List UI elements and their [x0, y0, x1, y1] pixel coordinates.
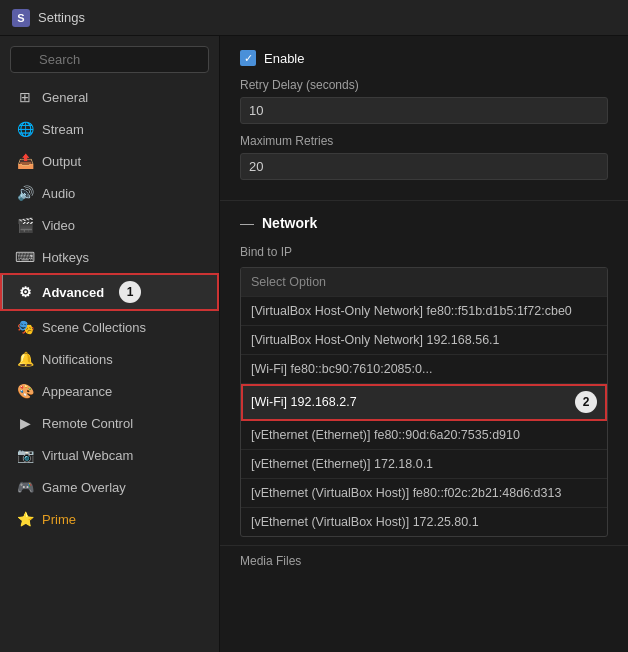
search-input[interactable] — [10, 46, 209, 73]
title-bar: S Settings — [0, 0, 628, 36]
sidebar-label-virtual-webcam: Virtual Webcam — [42, 448, 133, 463]
search-wrap-inner: 🔍 — [10, 46, 209, 73]
sidebar-label-stream: Stream — [42, 122, 84, 137]
badge-2: 2 — [575, 391, 597, 413]
sidebar-label-scene-collections: Scene Collections — [42, 320, 146, 335]
game-overlay-icon: 🎮 — [17, 479, 33, 495]
dropdown-item-vethernet-172[interactable]: [vEthernet (Ethernet)] 172.18.0.1 — [241, 450, 607, 479]
max-retries-label: Maximum Retries — [240, 134, 608, 148]
dropdown-item-vethernet-vbox-172[interactable]: [vEthernet (VirtualBox Host)] 172.25.80.… — [241, 508, 607, 536]
dropdown-item-vbox-fe80[interactable]: [VirtualBox Host-Only Network] fe80::f51… — [241, 297, 607, 326]
enable-label: Enable — [264, 51, 304, 66]
sidebar-label-notifications: Notifications — [42, 352, 113, 367]
sidebar-label-prime: Prime — [42, 512, 76, 527]
reconnect-section: ✓ Enable Retry Delay (seconds) Maximum R… — [220, 36, 628, 201]
main-layout: 🔍 ⊞ General 🌐 Stream 📤 Output 🔊 Audio 🎬 … — [0, 36, 628, 652]
sidebar-label-general: General — [42, 90, 88, 105]
sidebar-label-remote-control: Remote Control — [42, 416, 133, 431]
retry-delay-input[interactable] — [240, 97, 608, 124]
title-bar-text: Settings — [38, 10, 85, 25]
collapse-icon[interactable]: — — [240, 215, 254, 231]
dropdown-item-select-option[interactable]: Select Option — [241, 268, 607, 297]
audio-icon: 🔊 — [17, 185, 33, 201]
virtual-webcam-icon: 📷 — [17, 447, 33, 463]
dropdown-item-wifi-fe80[interactable]: [Wi-Fi] fe80::bc90:7610:2085:0... — [241, 355, 607, 384]
sidebar-label-game-overlay: Game Overlay — [42, 480, 126, 495]
stream-icon: 🌐 — [17, 121, 33, 137]
sidebar-item-video[interactable]: 🎬 Video — [0, 209, 219, 241]
sidebar-item-output[interactable]: 📤 Output — [0, 145, 219, 177]
dropdown-item-vethernet-fe80[interactable]: [vEthernet (Ethernet)] fe80::90d:6a20:75… — [241, 421, 607, 450]
app-icon: S — [12, 9, 30, 27]
sidebar-label-hotkeys: Hotkeys — [42, 250, 89, 265]
network-header: — Network — [240, 215, 608, 231]
sidebar-item-advanced[interactable]: ⚙ Advanced 1 — [0, 273, 219, 311]
video-icon: 🎬 — [17, 217, 33, 233]
remote-control-icon: ▶ — [17, 415, 33, 431]
sidebar-label-output: Output — [42, 154, 81, 169]
sidebar-item-stream[interactable]: 🌐 Stream — [0, 113, 219, 145]
dropdown-item-vbox-192[interactable]: [VirtualBox Host-Only Network] 192.168.5… — [241, 326, 607, 355]
max-retries-input[interactable] — [240, 153, 608, 180]
bind-ip-label: Bind to IP — [240, 245, 608, 259]
scene-collections-icon: 🎭 — [17, 319, 33, 335]
sidebar-item-notifications[interactable]: 🔔 Notifications — [0, 343, 219, 375]
sidebar-item-general[interactable]: ⊞ General — [0, 81, 219, 113]
search-wrap: 🔍 — [0, 36, 219, 81]
hotkeys-icon: ⌨ — [17, 249, 33, 265]
sidebar-label-advanced: Advanced — [42, 285, 104, 300]
retry-delay-label: Retry Delay (seconds) — [240, 78, 608, 92]
sidebar: 🔍 ⊞ General 🌐 Stream 📤 Output 🔊 Audio 🎬 … — [0, 36, 220, 652]
general-icon: ⊞ — [17, 89, 33, 105]
sidebar-item-prime[interactable]: ⭐ Prime — [0, 503, 219, 535]
sidebar-item-audio[interactable]: 🔊 Audio — [0, 177, 219, 209]
dropdown-item-wifi-192[interactable]: [Wi-Fi] 192.168.2.7 2 — [241, 384, 607, 421]
sidebar-label-appearance: Appearance — [42, 384, 112, 399]
prime-icon: ⭐ — [17, 511, 33, 527]
appearance-icon: 🎨 — [17, 383, 33, 399]
media-files-label: Media Files — [220, 545, 628, 576]
sidebar-label-video: Video — [42, 218, 75, 233]
content-area: ✓ Enable Retry Delay (seconds) Maximum R… — [220, 36, 628, 652]
network-title: Network — [262, 215, 317, 231]
notifications-icon: 🔔 — [17, 351, 33, 367]
sidebar-item-appearance[interactable]: 🎨 Appearance — [0, 375, 219, 407]
dropdown-item-vethernet-vbox-fe80[interactable]: [vEthernet (VirtualBox Host)] fe80::f02c… — [241, 479, 607, 508]
bind-ip-dropdown[interactable]: Select Option [VirtualBox Host-Only Netw… — [240, 267, 608, 537]
enable-checkbox[interactable]: ✓ — [240, 50, 256, 66]
sidebar-item-hotkeys[interactable]: ⌨ Hotkeys — [0, 241, 219, 273]
sidebar-item-remote-control[interactable]: ▶ Remote Control — [0, 407, 219, 439]
network-section: — Network Bind to IP Select Option [Virt… — [220, 201, 628, 537]
sidebar-item-game-overlay[interactable]: 🎮 Game Overlay — [0, 471, 219, 503]
sidebar-item-scene-collections[interactable]: 🎭 Scene Collections — [0, 311, 219, 343]
output-icon: 📤 — [17, 153, 33, 169]
sidebar-item-virtual-webcam[interactable]: 📷 Virtual Webcam — [0, 439, 219, 471]
advanced-icon: ⚙ — [17, 284, 33, 300]
sidebar-label-audio: Audio — [42, 186, 75, 201]
enable-row: ✓ Enable — [240, 50, 608, 66]
badge-1: 1 — [119, 281, 141, 303]
